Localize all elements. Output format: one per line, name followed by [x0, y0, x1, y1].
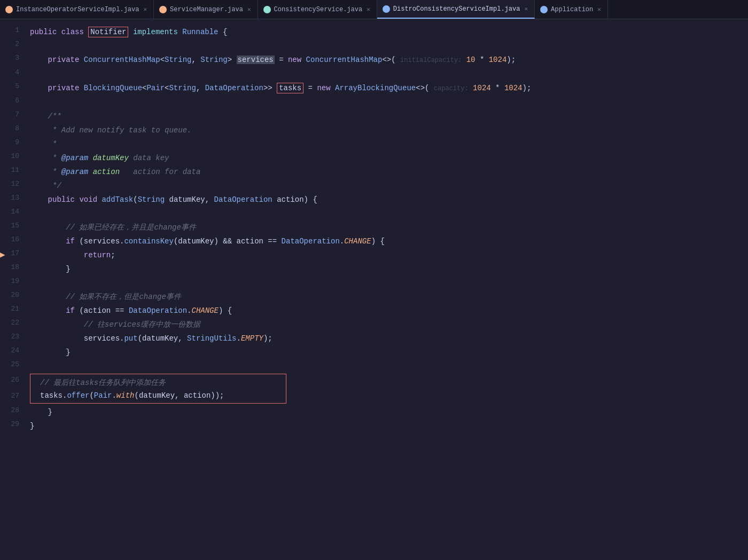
line-content-19 — [26, 276, 748, 289]
line-num-14: 14 — [0, 207, 26, 216]
code-line-26: 2627 // 最后往tasks任务队列中添加任务 tasks.offer(Pa… — [0, 373, 748, 405]
line-num-9: 9 — [0, 137, 26, 146]
line-num-3: 3 — [0, 53, 26, 62]
tab-icon-5 — [540, 6, 548, 13]
code-line-17: ▶ 17 return; — [0, 248, 748, 262]
tab-label-4: DistroConsistencyServiceImpl.java — [393, 5, 520, 13]
line-num-18: 18 — [0, 262, 26, 271]
tab-close-4[interactable]: ✕ — [523, 5, 529, 12]
code-line-15: 15 // 如果已经存在，并且是change事件 — [0, 220, 748, 234]
tab-1[interactable]: InstanceOperatorServiceImpl.java ✕ — [0, 0, 154, 19]
code-line-23: 23 services.put(datumKey, StringUtils.EM… — [0, 331, 748, 345]
line-num-12: 12 — [0, 179, 26, 188]
tab-label-2: ServiceManager.java — [170, 6, 243, 13]
line-num-24: 24 — [0, 345, 26, 354]
code-line-4: 4 — [0, 67, 748, 81]
tab-3[interactable]: ConsistencyService.java ✕ — [258, 0, 377, 19]
line-content-15: // 如果已经存在，并且是change事件 — [26, 220, 748, 233]
line-num-25: 25 — [0, 359, 26, 368]
code-line-12: 12 */ — [0, 178, 748, 192]
code-line-6: 6 — [0, 95, 748, 109]
line-num-29: 29 — [0, 419, 26, 428]
code-line-3: 3 private ConcurrentHashMap<String, Stri… — [0, 52, 748, 67]
code-line-20: 20 // 如果不存在，但是change事件 — [0, 289, 748, 303]
line-content-18: } — [26, 262, 748, 275]
line-num-19: 19 — [0, 276, 26, 285]
code-line-8: 8 * Add new notify task to queue. — [0, 123, 748, 137]
line-num-4: 4 — [0, 67, 26, 76]
tab-5[interactable]: Application ✕ — [535, 0, 608, 19]
tab-close-1[interactable]: ✕ — [142, 6, 148, 13]
line-content-17: return; — [26, 248, 748, 261]
line-content-21: if (action == DataOperation.CHANGE) { — [26, 304, 748, 317]
line-content-27: tasks.offer(Pair.with(datumKey, action))… — [36, 389, 280, 401]
line-content-28: } — [26, 405, 748, 418]
tab-2[interactable]: ServiceManager.java ✕ — [154, 0, 258, 19]
tab-bar: InstanceOperatorServiceImpl.java ✕ Servi… — [0, 0, 748, 19]
code-line-9: 9 * — [0, 137, 748, 151]
line-num-16: 16 — [0, 234, 26, 243]
line-content-3: private ConcurrentHashMap<String, String… — [26, 53, 748, 66]
line-content-14 — [26, 207, 748, 219]
line-content-2 — [26, 39, 748, 52]
line-num-6: 6 — [0, 96, 26, 105]
line-num-1: 1 — [0, 25, 26, 34]
code-line-2: 2 — [0, 38, 748, 52]
tab-label-5: Application — [551, 6, 593, 13]
line-content-20: // 如果不存在，但是change事件 — [26, 290, 748, 303]
line-content-8: * Add new notify task to queue. — [26, 123, 748, 136]
tab-label-1: InstanceOperatorServiceImpl.java — [16, 6, 139, 13]
line-content-16: if (services.containsKey(datumKey) && ac… — [26, 234, 748, 247]
line-num-11: 11 — [0, 165, 26, 174]
code-line-11: 11 * @param action action for data — [0, 164, 748, 178]
code-editor[interactable]: 1 public class Notifier implements Runna… — [0, 19, 748, 560]
code-line-13: 13 public void addTask(String datumKey, … — [0, 192, 748, 206]
line-num-8: 8 — [0, 123, 26, 132]
line-num-22: 22 — [0, 318, 26, 327]
code-line-18: 18 } — [0, 262, 748, 275]
line-num-21: 21 — [0, 304, 26, 313]
code-line-7: 7 /** — [0, 109, 748, 123]
tab-close-2[interactable]: ✕ — [246, 6, 252, 13]
tab-icon-4 — [383, 5, 390, 13]
line-num-2: 2 — [0, 39, 26, 48]
line-content-1: public class Notifier implements Runnabl… — [26, 25, 748, 38]
code-line-25: 25 — [0, 359, 748, 373]
code-line-28: 28 } — [0, 405, 748, 419]
tab-close-3[interactable]: ✕ — [365, 6, 371, 13]
line-content-7: /** — [26, 109, 748, 122]
tab-icon-2 — [159, 6, 167, 13]
line-num-5: 5 — [0, 81, 26, 90]
line-content-25 — [26, 359, 748, 372]
line-num-13: 13 — [0, 193, 26, 202]
code-line-21: 21 if (action == DataOperation.CHANGE) { — [0, 303, 748, 317]
line-num-20: 20 — [0, 290, 26, 299]
code-line-14: 14 — [0, 206, 748, 220]
line-num-26-27: 2627 — [0, 374, 26, 404]
tab-icon-1 — [5, 6, 13, 13]
line-num-15: 15 — [0, 220, 26, 230]
code-line-1: 1 public class Notifier implements Runna… — [0, 25, 748, 38]
line-content-5: private BlockingQueue<Pair<String, DataO… — [26, 81, 748, 94]
tab-close-5[interactable]: ✕ — [596, 6, 602, 13]
line-num-7: 7 — [0, 109, 26, 119]
code-line-22: 22 // 往services缓存中放一份数据 — [0, 317, 748, 331]
code-line-29: 29 } — [0, 419, 748, 432]
tab-label-3: ConsistencyService.java — [274, 6, 363, 13]
line-num-10: 10 — [0, 151, 26, 160]
line-content-29: } — [26, 419, 748, 432]
line-content-12: */ — [26, 179, 748, 192]
line-content-24: } — [26, 345, 748, 358]
code-line-19: 19 — [0, 275, 748, 289]
code-line-24: 24 } — [0, 345, 748, 359]
line-content-23: services.put(datumKey, StringUtils.EMPTY… — [26, 332, 748, 344]
tab-4[interactable]: DistroConsistencyServiceImpl.java ✕ — [377, 0, 535, 19]
gutter-arrow: ▶ — [0, 249, 5, 260]
code-line-10: 10 * @param datumKey data key — [0, 151, 748, 164]
code-line-5: 5 private BlockingQueue<Pair<String, Dat… — [0, 81, 748, 95]
tab-icon-3 — [263, 6, 271, 13]
line-num-28: 28 — [0, 405, 26, 414]
line-content-10: * @param datumKey data key — [26, 151, 748, 164]
line-content-9: * — [26, 137, 748, 150]
line-content-6 — [26, 96, 748, 108]
